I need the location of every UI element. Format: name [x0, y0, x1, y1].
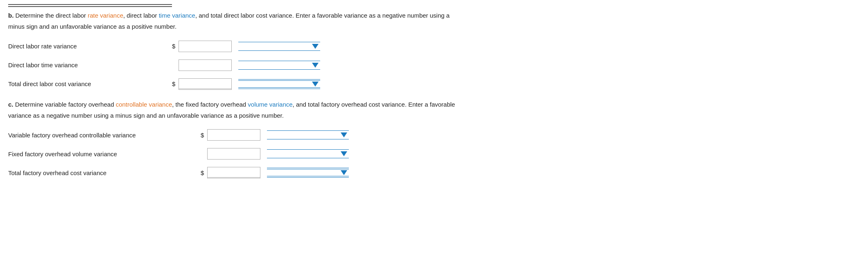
chevron-down-icon[interactable] [312, 44, 319, 49]
table-row: Direct labor rate variance $ [8, 39, 860, 54]
direct-labor-time-dropdown[interactable] [238, 63, 320, 68]
dollar-sign-total-b: $ [172, 80, 178, 87]
volume-variance-link[interactable]: volume variance [248, 101, 292, 108]
total-direct-labor-dropdown-area [238, 79, 320, 89]
section-b-text1: Determine the direct labor [16, 12, 88, 19]
double-line-bottom-total-b [238, 87, 320, 89]
chevron-down-icon[interactable] [341, 132, 347, 137]
chevron-down-icon[interactable] [341, 170, 347, 175]
total-factory-overhead-dropdown-area [267, 168, 349, 178]
total-direct-labor-dropdown[interactable] [238, 82, 320, 87]
dropdown-line-bottom-time [238, 69, 320, 70]
dropdown-line-top-fixed [267, 149, 349, 150]
fixed-factory-overhead-label: Fixed factory overhead volume variance [8, 151, 201, 157]
direct-labor-time-input[interactable] [179, 59, 232, 71]
section-b-text4: minus sign and an unfavorable variance a… [8, 22, 860, 31]
section-b-instruction: b. Determine the direct labor rate varia… [8, 11, 860, 32]
dropdown-line-bottom-rate [238, 50, 320, 51]
section-c-text4: variance as a negative number using a mi… [8, 111, 860, 120]
dropdown-line-top-time [238, 61, 320, 61]
table-row: Fixed factory overhead volume variance $ [8, 146, 860, 161]
section-c-text3: , and total factory overhead cost varian… [293, 101, 455, 108]
section-c-text1: Determine variable factory overhead [15, 101, 116, 108]
variable-factory-overhead-input-wrapper: $ [201, 129, 260, 141]
section-b-text3: , and total direct labor cost variance. … [195, 12, 450, 19]
section-c-text2: , the fixed factory overhead [172, 101, 248, 108]
section-b-label: b. [8, 12, 14, 19]
dollar-sign-rate: $ [172, 43, 178, 50]
direct-labor-rate-input-wrapper: $ [172, 41, 232, 52]
table-row: Variable factory overhead controllable v… [8, 128, 860, 142]
fixed-factory-overhead-dropdown-area [267, 149, 349, 158]
section-b-top-border [8, 4, 172, 8]
direct-labor-time-label: Direct labor time variance [8, 62, 172, 68]
dropdown-line-bottom-variable [267, 139, 349, 139]
total-direct-labor-input[interactable] [179, 78, 232, 90]
variable-factory-overhead-dropdown[interactable] [267, 132, 349, 137]
section-c-table: Variable factory overhead controllable v… [8, 128, 860, 180]
chevron-down-icon[interactable] [312, 63, 319, 68]
total-direct-labor-input-wrapper: $ [172, 78, 232, 90]
direct-labor-rate-dropdown[interactable] [238, 44, 320, 49]
dollar-sign-variable: $ [201, 132, 206, 139]
double-line-bottom-total-c [267, 176, 349, 178]
dropdown-line-bottom-fixed [267, 158, 349, 158]
section-b-text2: , direct labor [123, 12, 159, 19]
direct-labor-rate-dropdown-area [238, 42, 320, 51]
total-factory-overhead-input[interactable] [207, 167, 260, 178]
total-factory-overhead-input-wrapper: $ [201, 167, 260, 178]
dropdown-line-top-variable [267, 130, 349, 131]
section-c-label: c. [8, 101, 14, 108]
table-row: Direct labor time variance $ [8, 58, 860, 73]
direct-labor-rate-label: Direct labor rate variance [8, 43, 172, 50]
fixed-factory-overhead-input-wrapper: $ [201, 148, 260, 160]
total-factory-overhead-label: Total factory overhead cost variance [8, 169, 201, 176]
time-variance-link[interactable]: time variance [159, 12, 195, 19]
variable-factory-overhead-input[interactable] [207, 129, 260, 141]
direct-labor-time-dropdown-area [238, 61, 320, 70]
table-row: Total direct labor cost variance $ [8, 77, 860, 91]
chevron-down-icon[interactable] [341, 151, 347, 156]
variable-factory-overhead-label: Variable factory overhead controllable v… [8, 132, 201, 139]
direct-labor-rate-input[interactable] [179, 41, 232, 52]
variable-factory-overhead-dropdown-area [267, 130, 349, 139]
double-line-top-total-c [267, 168, 349, 169]
section-b-table: Direct labor rate variance $ Direct labo… [8, 39, 860, 91]
total-factory-overhead-dropdown[interactable] [267, 170, 349, 175]
controllable-variance-link[interactable]: controllable variance [116, 101, 172, 108]
dropdown-line-top-rate [238, 42, 320, 42]
table-row: Total factory overhead cost variance $ [8, 165, 860, 180]
rate-variance-link[interactable]: rate variance [88, 12, 123, 19]
dollar-sign-total-c: $ [201, 169, 206, 176]
fixed-factory-overhead-dropdown[interactable] [267, 151, 349, 156]
section-c-instruction: c. Determine variable factory overhead c… [8, 100, 860, 121]
fixed-factory-overhead-input[interactable] [207, 148, 260, 160]
direct-labor-time-input-wrapper: $ [172, 59, 232, 71]
total-direct-labor-label: Total direct labor cost variance [8, 80, 172, 87]
double-line-top-total-b [238, 79, 320, 81]
chevron-down-icon[interactable] [312, 82, 319, 87]
